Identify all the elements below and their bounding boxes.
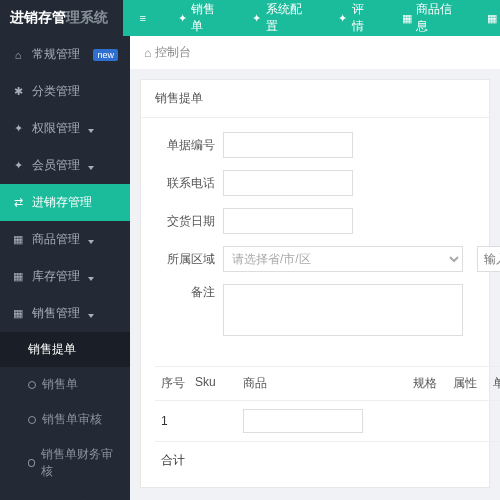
home-icon: ⌂	[144, 46, 151, 60]
label-remark: 备注	[155, 284, 215, 301]
sidebar-item-category[interactable]: ✱分类管理	[0, 73, 130, 110]
panel-title: 销售提单	[141, 80, 489, 118]
chevron-down-icon	[88, 122, 94, 136]
address-input[interactable]	[477, 246, 500, 272]
user-icon: ✦	[12, 159, 24, 172]
chevron-down-icon	[88, 270, 94, 284]
th-spec: 规格	[413, 375, 453, 392]
main-content: ⌂ 控制台 销售提单 单据编号 客户名称	[130, 36, 500, 500]
sidebar-item-goods[interactable]: ▦商品管理	[0, 221, 130, 258]
sub-sales-finance-label: 销售单财务审核	[41, 446, 118, 480]
topnav-stockinfo[interactable]: ▦仓库信息	[473, 0, 500, 36]
sidebar-member-label: 会员管理	[32, 157, 80, 174]
label-phone: 联系电话	[155, 175, 215, 192]
topbar: 进销存管理系统 ≡ ✦销售单 ✦系统配置 ✦评情 ▦商品信息 ▦仓库信息 ▦采购…	[0, 0, 500, 36]
chevron-down-icon	[88, 159, 94, 173]
th-goods: 商品	[243, 375, 413, 392]
stock-icon: ▦	[12, 270, 24, 283]
breadcrumb: ⌂ 控制台	[130, 36, 500, 69]
sidebar-item-stock[interactable]: ▦库存管理	[0, 258, 130, 295]
sidebar-category-label: 分类管理	[32, 83, 80, 100]
sidebar-sub-sales-out[interactable]: 销售出库单	[0, 489, 130, 500]
sidebar-item-general[interactable]: ⌂常规管理new	[0, 36, 130, 73]
breadcrumb-home[interactable]: 控制台	[155, 44, 191, 61]
box-icon: ▦	[401, 12, 412, 25]
menu-icon: ≡	[137, 12, 149, 24]
cell-seq: 1	[155, 414, 195, 428]
items-table: 序号 Sku 商品 规格 属性 单位 库存 数 1	[155, 366, 500, 473]
sidebar: ⌂常规管理new ✱分类管理 ✦权限管理 ✦会员管理 ⇄进销存管理 ▦商品管理 …	[0, 36, 130, 500]
label-order-no: 单据编号	[155, 137, 215, 154]
form-panel: 销售提单 单据编号 客户名称 联系电话	[140, 79, 490, 488]
logo-text-a: 进销存管	[10, 9, 66, 27]
inventory-icon: ⇄	[12, 196, 24, 209]
table-header: 序号 Sku 商品 规格 属性 单位 库存 数	[155, 366, 500, 401]
topnav-sales[interactable]: ✦销售单	[163, 0, 238, 36]
goods-input[interactable]	[243, 409, 363, 433]
order-no-input[interactable]	[223, 132, 353, 158]
logo-text-b: 理系统	[66, 9, 108, 27]
label-deal-date: 交货日期	[155, 213, 215, 230]
sidebar-sales-sub: 销售提单 销售单 销售单审核 销售单财务审核 销售出库单 销售出库审核 销售出库…	[0, 332, 130, 500]
th-attr: 属性	[453, 375, 493, 392]
logo: 进销存管理系统	[0, 0, 123, 36]
sub-pickup-label: 销售提单	[28, 341, 76, 358]
cart-icon: ✦	[177, 12, 188, 25]
sales-icon: ▦	[12, 307, 24, 320]
label-region: 所属区域	[155, 251, 215, 268]
sidebar-item-salesmgmt[interactable]: ▦销售管理	[0, 295, 130, 332]
deal-date-input[interactable]	[223, 208, 353, 234]
circle-icon	[28, 381, 36, 389]
sub-sales-review-label: 销售单审核	[42, 411, 102, 428]
category-icon: ✱	[12, 85, 24, 98]
sidebar-item-permission[interactable]: ✦权限管理	[0, 110, 130, 147]
sidebar-sub-sales-review[interactable]: 销售单审核	[0, 402, 130, 437]
sidebar-salesmgmt-label: 销售管理	[32, 305, 80, 322]
table-row: 1	[155, 401, 500, 441]
comment-icon: ✦	[337, 12, 348, 25]
gear-icon: ✦	[252, 12, 263, 25]
topnav-sales-label: 销售单	[191, 1, 223, 35]
badge-new: new	[93, 49, 118, 61]
form: 单据编号 客户名称 联系电话	[141, 118, 500, 362]
topnav-sysconfig-label: 系统配置	[266, 1, 309, 35]
topnav-sysconfig[interactable]: ✦系统配置	[238, 0, 324, 36]
sidebar-sub-sales[interactable]: 销售单	[0, 367, 130, 402]
th-unit: 单位	[493, 375, 500, 392]
warehouse-icon: ▦	[487, 12, 498, 25]
lock-icon: ✦	[12, 122, 24, 135]
sidebar-goods-label: 商品管理	[32, 231, 80, 248]
sidebar-inventory-label: 进销存管理	[32, 194, 92, 211]
cell-total-label: 合计	[155, 452, 195, 469]
circle-icon	[28, 416, 36, 424]
sidebar-item-inventory[interactable]: ⇄进销存管理	[0, 184, 130, 221]
sub-sales-label: 销售单	[42, 376, 78, 393]
th-seq: 序号	[155, 375, 195, 392]
circle-icon	[28, 459, 35, 467]
phone-input[interactable]	[223, 170, 353, 196]
table-footer: 合计	[155, 441, 500, 473]
topnav-comment-label: 评情	[352, 1, 373, 35]
sidebar-sub-pickup[interactable]: 销售提单	[0, 332, 130, 367]
topnav: ✦销售单 ✦系统配置 ✦评情 ▦商品信息 ▦仓库信息 ▦采购订单 ▦权	[163, 0, 500, 36]
topnav-comment[interactable]: ✦评情	[323, 0, 387, 36]
sidebar-permission-label: 权限管理	[32, 120, 80, 137]
region-select[interactable]: 请选择省/市/区	[223, 246, 463, 272]
sidebar-general-label: 常规管理	[32, 46, 80, 63]
sidebar-item-member[interactable]: ✦会员管理	[0, 147, 130, 184]
goods-icon: ▦	[12, 233, 24, 246]
topnav-goodsinfo-label: 商品信息	[416, 1, 459, 35]
chevron-down-icon	[88, 307, 94, 321]
topnav-goodsinfo[interactable]: ▦商品信息	[387, 0, 473, 36]
sidebar-stock-label: 库存管理	[32, 268, 80, 285]
th-sku: Sku	[195, 375, 243, 392]
dashboard-icon: ⌂	[12, 49, 24, 61]
chevron-down-icon	[88, 233, 94, 247]
remark-textarea[interactable]	[223, 284, 463, 336]
topnav-menu-toggle[interactable]: ≡	[123, 0, 163, 36]
sidebar-sub-sales-finance[interactable]: 销售单财务审核	[0, 437, 130, 489]
